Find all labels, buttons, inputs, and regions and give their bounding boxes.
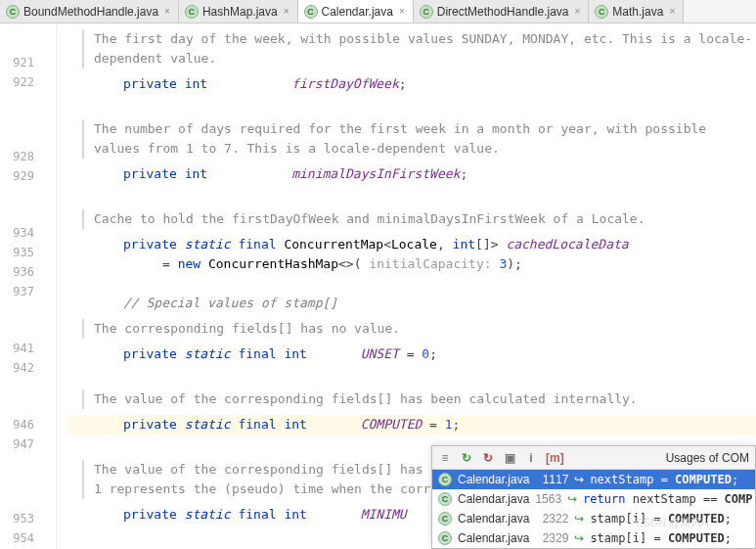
tab-direct[interactable]: CDirectMethodHandle.java×: [414, 0, 590, 23]
javadoc: The corresponding fields[] has no value.: [82, 319, 756, 339]
popup-toolbar: ≡ ↻ ↻ ▣ i [m] Usages of COM: [432, 446, 755, 470]
usage-row[interactable]: CCalendar.java1117↪nextStamp = COMPUTED;: [432, 470, 755, 489]
close-icon[interactable]: ×: [397, 6, 407, 17]
arrow-icon: ↪: [574, 473, 584, 486]
javadoc: The number of days required for the firs…: [82, 119, 756, 159]
settings-icon[interactable]: ≡: [438, 451, 452, 465]
tab-math[interactable]: CMath.java×: [589, 0, 684, 23]
java-class-icon: C: [595, 5, 608, 19]
close-icon[interactable]: ×: [282, 6, 291, 17]
arrow-icon: ↪: [574, 512, 584, 526]
usage-row[interactable]: CCalendar.java2329↪stamp[i] = COMPUTED;: [432, 528, 755, 548]
arrow-icon: ↪: [567, 492, 577, 506]
info-icon[interactable]: i: [524, 451, 538, 465]
editor-tabs: CBoundMethodHandle.java× CHashMap.java× …: [0, 0, 756, 23]
current-line: private static final int COMPUTED = 1;: [68, 415, 756, 435]
javadoc: The value of the corresponding fields[] …: [82, 389, 756, 409]
line-gutter: 921 922 928 929 934 935 936 937 941 942 …: [0, 23, 57, 549]
editor-area: 921 922 928 929 934 935 936 937 941 942 …: [0, 23, 756, 549]
java-class-icon: C: [185, 5, 199, 19]
java-class-icon: C: [438, 512, 452, 526]
prev-icon[interactable]: ↻: [460, 451, 473, 465]
usage-row[interactable]: CCalendar.java2322↪stamp[i] = COMPUTED;: [432, 509, 755, 528]
usages-list: CCalendar.java1117↪nextStamp = COMPUTED;…: [432, 470, 755, 548]
tab-bound[interactable]: CBoundMethodHandle.java×: [0, 0, 179, 23]
close-icon[interactable]: ×: [573, 6, 583, 17]
line-number: 921: [0, 53, 34, 72]
javadoc: Cache to hold the firstDayOfWeek and min…: [82, 209, 756, 229]
javadoc: The first day of the week, with possible…: [82, 29, 756, 69]
java-class-icon: C: [438, 492, 452, 506]
next-icon[interactable]: ↻: [481, 451, 495, 465]
java-class-icon: C: [420, 5, 433, 19]
java-class-icon: C: [438, 531, 452, 545]
usage-row[interactable]: CCalendar.java1563↪return nextStamp == C…: [432, 489, 755, 509]
close-icon[interactable]: ×: [667, 6, 677, 17]
arrow-icon: ↪: [574, 531, 584, 545]
java-class-icon: C: [438, 473, 452, 486]
popup-title: Usages of COM: [666, 451, 749, 465]
filter-icon[interactable]: [m]: [546, 451, 559, 465]
tab-calendar[interactable]: CCalendar.java×: [298, 0, 414, 23]
tab-hashmap[interactable]: CHashMap.java×: [179, 0, 298, 23]
java-class-icon: C: [6, 5, 20, 19]
group-icon[interactable]: ▣: [503, 451, 516, 465]
java-class-icon: C: [304, 5, 318, 19]
usages-popup: ≡ ↻ ↻ ▣ i [m] Usages of COM CCalendar.ja…: [431, 445, 756, 549]
close-icon[interactable]: ×: [162, 6, 172, 17]
